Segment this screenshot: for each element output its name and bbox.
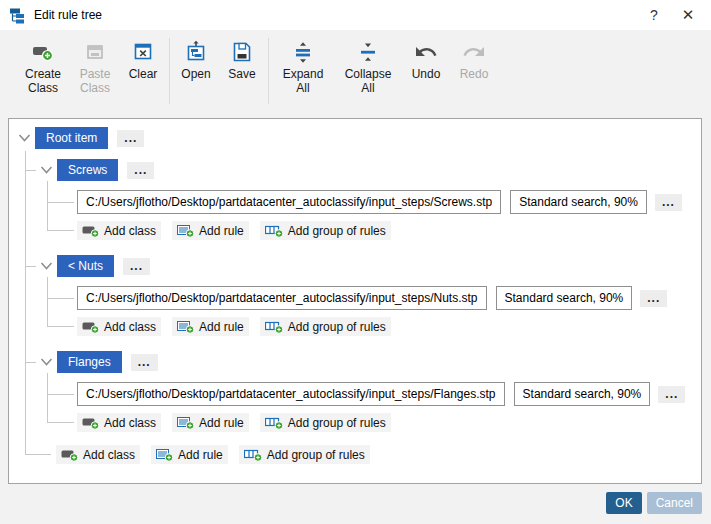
tree-connector-line [25,454,51,455]
add-actions-row-root: Add class Add rule Add group of rules [56,445,370,464]
add-group-of-rules-button[interactable]: Add group of rules [260,413,391,432]
open-label: Open [181,68,210,82]
tree-connector-line [25,151,26,454]
clear-label: Clear [129,68,158,82]
add-rule-button[interactable]: Add rule [151,445,228,464]
rule-tree-icon [9,7,26,24]
class-plus-icon [82,223,100,238]
tree-connector-line [47,181,48,231]
add-class-label: Add class [104,320,156,334]
add-class-button[interactable]: Add class [77,317,161,336]
step-file-path-field[interactable]: C:/Users/jflotho/Desktop/partdatacenter_… [77,286,487,310]
cancel-button[interactable]: Cancel [647,492,702,514]
collapse-all-label: Collapse All [337,68,399,96]
expand-all-button[interactable]: Expand All [275,38,331,96]
dialog-footer: OK Cancel [606,492,702,514]
rule-group-plus-icon [244,447,263,462]
paste-class-label: Paste Class [73,68,117,96]
add-rule-button[interactable]: Add rule [172,221,249,240]
tree-connector-line [47,326,74,327]
redo-label: Redo [460,68,489,82]
root-more-button[interactable]: ... [117,130,144,147]
rule-more-button[interactable]: ... [658,386,685,403]
add-rule-button[interactable]: Add rule [172,317,249,336]
toolbar-separator [268,38,269,104]
tree-node-screws: Screws ... [40,159,154,181]
undo-label: Undo [412,68,441,82]
dialog-title: Edit rule tree [34,8,102,22]
chevron-down-icon[interactable] [18,133,31,143]
title-bar: Edit rule tree ? ✕ [0,0,711,30]
tree-connector-line [47,394,74,395]
add-actions-row: Add class Add rule Add group of rules [77,317,391,336]
class-node-button[interactable]: Flanges [57,351,122,373]
tree-node-nuts: < Nuts ... [40,255,150,277]
tree-connector-line [47,373,48,423]
save-button[interactable]: Save [222,38,262,82]
add-group-of-rules-label: Add group of rules [267,448,365,462]
class-node-button[interactable]: Screws [57,159,118,181]
save-icon [230,40,254,64]
tree-connector-line [47,202,74,203]
open-button[interactable]: Open [176,38,216,82]
save-label: Save [228,68,255,82]
step-file-path-field[interactable]: C:/Users/jflotho/Desktop/partdatacenter_… [77,190,501,214]
tree-node-flanges: Flanges ... [40,351,158,373]
root-item-button[interactable]: Root item [35,127,108,149]
add-rule-label: Add rule [199,224,244,238]
class-plus-icon [82,319,100,334]
create-class-button[interactable]: Create Class [19,38,67,96]
ok-button[interactable]: OK [606,492,641,514]
class-node-button[interactable]: < Nuts [57,255,114,277]
tree-connector-line [47,230,74,231]
add-group-of-rules-button[interactable]: Add group of rules [260,317,391,336]
collapse-all-button[interactable]: Collapse All [337,38,399,96]
tree-connector-line [25,170,36,171]
collapse-all-icon [356,40,380,64]
rule-group-plus-icon [265,223,284,238]
clear-button[interactable]: Clear [123,38,163,82]
add-class-button[interactable]: Add class [77,413,161,432]
add-class-button[interactable]: Add class [56,445,140,464]
tree-connector-line [47,277,48,327]
rule-group-plus-icon [265,415,284,430]
search-settings-field[interactable]: Standard search, 90% [496,286,633,310]
help-button[interactable]: ? [637,0,671,30]
toolbar: Create Class Paste Class Clear [0,30,711,114]
search-settings-field[interactable]: Standard search, 90% [514,382,651,406]
add-group-of-rules-label: Add group of rules [288,320,386,334]
rule-plus-icon [177,223,195,238]
rule-more-button[interactable]: ... [655,194,682,211]
tree-connector-line [47,422,74,423]
add-rule-button[interactable]: Add rule [172,413,249,432]
add-rule-label: Add rule [199,320,244,334]
chevron-down-icon[interactable] [40,261,53,271]
rule-plus-icon [156,447,174,462]
redo-icon [462,40,486,64]
tree-connector-line [25,362,36,363]
add-group-of-rules-label: Add group of rules [288,224,386,238]
search-settings-field[interactable]: Standard search, 90% [510,190,647,214]
class-more-button[interactable]: ... [127,162,154,179]
undo-icon [414,40,438,64]
add-group-of-rules-button[interactable]: Add group of rules [239,445,370,464]
rule-plus-icon [177,319,195,334]
add-class-label: Add class [104,416,156,430]
class-more-button[interactable]: ... [123,258,150,275]
edit-rule-tree-dialog: Edit rule tree ? ✕ Create Class [0,0,711,524]
add-group-of-rules-button[interactable]: Add group of rules [260,221,391,240]
close-button[interactable]: ✕ [671,0,705,30]
rule-more-button[interactable]: ... [640,290,667,307]
undo-button[interactable]: Undo [405,38,447,82]
add-class-label: Add class [104,224,156,238]
class-more-button[interactable]: ... [131,354,158,371]
add-class-button[interactable]: Add class [77,221,161,240]
add-rule-label: Add rule [178,448,223,462]
chevron-down-icon[interactable] [40,165,53,175]
clear-icon [131,40,155,64]
expand-all-icon [291,40,315,64]
chevron-down-icon[interactable] [40,357,53,367]
redo-button: Redo [453,38,495,82]
add-class-label: Add class [83,448,135,462]
step-file-path-field[interactable]: C:/Users/jflotho/Desktop/partdatacenter_… [77,382,505,406]
